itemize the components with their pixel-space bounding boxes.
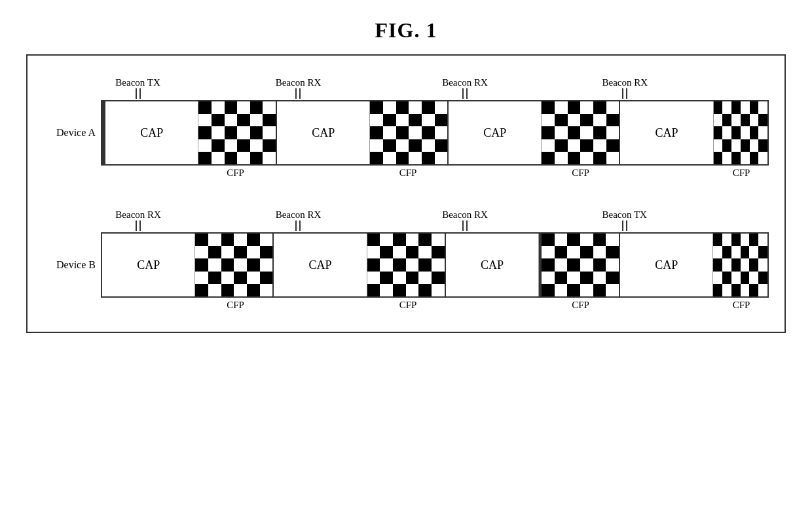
checker-cell: [714, 152, 723, 164]
checker-cell: [741, 258, 750, 271]
checker-cell: [758, 114, 767, 126]
cfp-label-3-a: CFP: [542, 167, 620, 179]
checker-cell: [422, 114, 435, 126]
checker-cell: [731, 272, 741, 284]
checker-cell: [393, 284, 406, 296]
checker-cell: [606, 258, 619, 271]
checker-cell: [383, 126, 396, 139]
checker-cell: [237, 152, 250, 164]
checker-cell: [713, 234, 722, 246]
beacon-rx1-text-a: Beacon RX: [276, 77, 322, 88]
beacon-rx1-label-a: Beacon RX: [276, 77, 322, 100]
checker-cell: [542, 126, 555, 139]
cap-2-a: CAP: [277, 101, 370, 164]
checker-cell: [393, 246, 406, 258]
checker-cell: [263, 114, 276, 126]
checker-cell: [396, 101, 409, 114]
checker-cell: [198, 114, 212, 126]
checker-cell: [750, 101, 759, 114]
checker-cell: [393, 258, 406, 271]
checker-cell: [568, 114, 581, 126]
checker-cell: [731, 126, 741, 139]
checker-cell: [263, 126, 276, 139]
checker-cell: [435, 114, 448, 126]
beacon-tx-label-b: Beacon TX: [602, 209, 647, 232]
checker-cell: [750, 139, 759, 152]
checker-cell: [567, 284, 580, 296]
checker-cell: [406, 258, 419, 271]
checker-cell: [555, 101, 568, 114]
checker-cell: [212, 101, 225, 114]
checker-cell: [225, 139, 238, 152]
beacon-rx3-text-a: Beacon RX: [602, 77, 648, 88]
checker-cell: [567, 246, 580, 258]
checker-cell: [396, 139, 409, 152]
checker-cell: [221, 246, 234, 258]
checker-cell: [593, 272, 606, 284]
checker-cell: [542, 101, 555, 114]
checker-cell: [432, 258, 445, 271]
checker-cell: [432, 234, 445, 246]
checker-cell: [567, 234, 580, 246]
checker-cell: [750, 114, 759, 126]
checker-cell: [542, 272, 555, 284]
checker-cell: [580, 101, 593, 114]
checker-cell: [221, 234, 234, 246]
checker-cell: [542, 139, 555, 152]
checker-cell: [713, 272, 722, 284]
beacon-rx2-text-a: Beacon RX: [442, 77, 488, 88]
beacon-rx2-text-b: Beacon RX: [276, 209, 322, 220]
checker-cell: [731, 139, 741, 152]
checker-cell: [393, 272, 406, 284]
checker-cell: [750, 126, 759, 139]
checker-cell: [208, 246, 221, 258]
checker-cell: [225, 101, 238, 114]
checker-cell: [749, 284, 758, 296]
checker-cell: [593, 114, 606, 126]
beacon-tx-label-a: Beacon TX: [115, 77, 160, 100]
cap-3-b: CAP: [446, 234, 539, 296]
checker-cell: [260, 258, 273, 271]
checker-cell: [418, 234, 432, 246]
checker-cell: [396, 126, 409, 139]
checker-cell: [212, 152, 225, 164]
cap-4-a: CAP: [620, 101, 713, 164]
checker-cell: [418, 258, 432, 271]
checker-cell: [247, 284, 260, 296]
checker-4-a: [714, 101, 767, 164]
checker-cell: [606, 284, 619, 296]
checker-cell: [542, 114, 555, 126]
checker-cell: [418, 246, 432, 258]
checker-cell: [435, 152, 448, 164]
device-a-cfp-labels: CFP CFP CFP CFP: [102, 167, 769, 179]
checker-cell: [714, 139, 723, 152]
checker-cell: [422, 152, 435, 164]
checker-cell: [409, 139, 422, 152]
checker-cell: [606, 101, 619, 114]
checker-2-a: [370, 101, 447, 164]
checker-cell: [741, 139, 750, 152]
checker-cell: [731, 234, 741, 246]
device-b-label: Device B: [43, 259, 101, 271]
checker-cell: [380, 234, 393, 246]
checker-cell: [722, 258, 731, 271]
checker-cell: [195, 272, 208, 284]
checker-cell: [568, 101, 581, 114]
checker-cell: [432, 284, 445, 296]
cfp-1-b: [195, 234, 274, 296]
cfp-label-3-b: CFP: [542, 300, 620, 311]
cfp-1-a: [198, 101, 277, 164]
checker-cell: [749, 272, 758, 284]
beacon-rx1-label-b: Beacon RX: [115, 209, 161, 232]
checker-cell: [606, 139, 619, 152]
checker-cell: [221, 284, 234, 296]
checker-cell: [263, 101, 276, 114]
checker-cell: [234, 246, 247, 258]
checker-cell: [409, 101, 422, 114]
checker-cell: [198, 152, 212, 164]
checker-cell: [367, 246, 380, 258]
checker-cell: [593, 152, 606, 164]
checker-cell: [722, 234, 731, 246]
checker-cell: [383, 101, 396, 114]
checker-cell: [250, 101, 263, 114]
